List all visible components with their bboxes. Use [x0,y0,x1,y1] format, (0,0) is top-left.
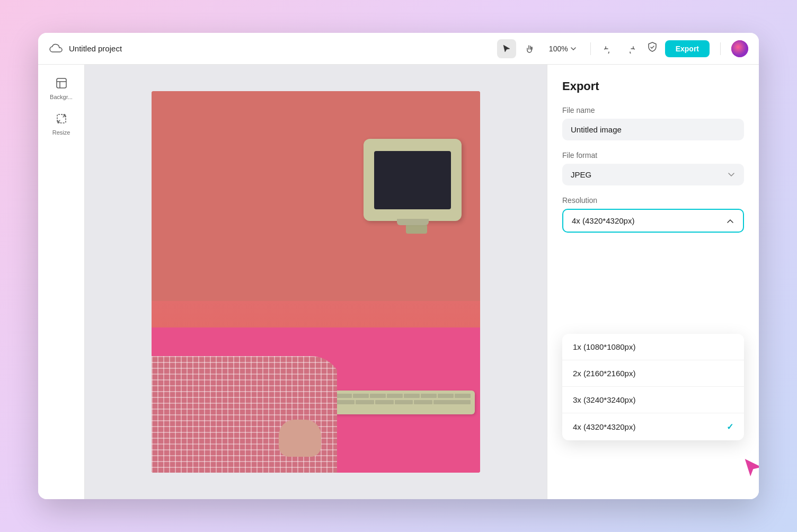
undo-button[interactable] [599,39,618,58]
divider [590,42,591,55]
app-window: Untitled project 100% [38,33,759,499]
zoom-control[interactable]: 100% [544,42,582,55]
header-center: 100% [497,39,640,58]
cursor-overlay [739,453,759,484]
resolution-chevron-up-icon [726,217,734,225]
resolution-option-1x[interactable]: 1x (1080*1080px) [562,334,744,360]
canvas-area[interactable] [85,65,547,499]
svg-marker-3 [744,458,759,478]
redo-icon [625,44,635,54]
resolution-dropdown: 1x (1080*1080px) 2x (2160*2160px) 3x (32… [562,334,744,440]
format-chevron-down-icon [727,171,736,179]
resize-tool-label: Resize [52,129,70,136]
svg-point-0 [731,40,748,57]
shield-icon [646,41,659,56]
background-tool-icon [56,77,67,92]
panel-title: Export [562,79,744,93]
selected-check-icon: ✓ [727,422,733,432]
hand-tool-button[interactable] [520,39,539,58]
file-name-label: File name [562,106,744,114]
sidebar-tool-background[interactable]: Backgr... [42,73,81,104]
left-sidebar: Backgr... Resize [38,65,85,499]
resolution-option-3x[interactable]: 3x (3240*3240px) [562,387,744,413]
chevron-down-icon [570,46,577,52]
cursor-tool-button[interactable] [497,39,516,58]
file-format-value: JPEG [571,170,591,179]
project-title: Untitled project [69,44,122,53]
divider-right [720,42,721,55]
zoom-level: 100% [549,45,568,53]
cursor-arrow-icon [739,453,759,482]
svg-rect-1 [57,78,66,88]
header-right: Export [646,40,748,57]
resize-tool-icon [56,113,67,127]
resolution-selected-value: 4x (4320*4320px) [572,216,634,225]
main-content: Backgr... Resize [38,65,759,499]
canvas-image [152,91,480,473]
header-left: Untitled project [49,41,491,56]
cloud-icon [49,41,64,56]
right-panel: Export File name File format JPEG Resolu… [547,65,759,499]
export-button[interactable]: Export [665,40,710,57]
resolution-option-2x[interactable]: 2x (2160*2160px) [562,360,744,387]
undo-redo-group [599,39,640,58]
undo-icon [604,44,614,54]
file-format-select[interactable]: JPEG [562,164,744,185]
redo-button[interactable] [621,39,640,58]
resolution-option-4x[interactable]: 4x (4320*4320px) ✓ [562,413,744,440]
background-tool-label: Backgr... [50,94,73,100]
sidebar-tool-resize[interactable]: Resize [42,109,81,140]
avatar[interactable] [731,40,748,57]
resolution-select[interactable]: 4x (4320*4320px) [562,209,744,233]
header: Untitled project 100% [38,33,759,65]
resolution-label: Resolution [562,196,744,205]
file-name-input[interactable] [562,119,744,140]
file-format-label: File format [562,151,744,159]
